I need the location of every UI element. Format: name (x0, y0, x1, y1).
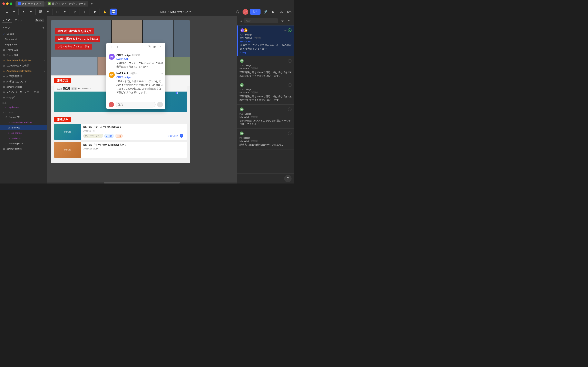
select-tool[interactable] (21, 8, 27, 15)
thread-13-check[interactable] (288, 59, 292, 63)
popup-more-button[interactable]: ··· (141, 44, 146, 49)
layer-sp-hamburger[interactable]: ⊞ sp/ハンバーガーメニュー中身 (0, 90, 47, 95)
main-menu-button[interactable] (4, 8, 10, 15)
thread-14-more[interactable]: ··· (284, 29, 287, 32)
thread-item-9[interactable]: NA #9 · Design NARA Aoi 3時間前 現時点では15個勉強会… (237, 129, 294, 149)
page-item-design[interactable]: ✓ Design (0, 31, 47, 36)
present-button[interactable]: 🎧 (234, 8, 241, 15)
sort-icon[interactable] (287, 18, 292, 24)
add-page-button[interactable]: + (43, 26, 44, 30)
layer-archives[interactable]: ⊞ archives (0, 125, 47, 130)
more-options-button[interactable]: ··· (288, 2, 292, 6)
past-event-title-2: DIST.35 「今から始めるFigma超入門」 (83, 143, 184, 147)
component-icon-contact: ◇ (7, 132, 10, 134)
thread-item-12[interactable]: NA #12 · Design NARA Aoi 3時間前 背景画像は高さ186… (237, 80, 294, 105)
page-item-component[interactable]: Component (0, 36, 47, 42)
zoom-level[interactable]: 50% (287, 10, 292, 13)
thread-13-avatar: NA (240, 59, 244, 63)
frame-tool[interactable] (38, 8, 44, 15)
minimize-button[interactable] (6, 2, 9, 5)
tab-fuji[interactable]: 藤 藤ダイレクト - デザインデータ (45, 1, 88, 7)
shape-tool-dropdown[interactable]: ▾ (61, 8, 68, 15)
tool-dropdown-arrow[interactable]: ▾ (11, 8, 17, 15)
thread-item-14[interactable]: OY NA ··· ✓ #14 · Design OKI Yoshiya 2時間… (237, 25, 294, 56)
tool-group-shape: ▾ (53, 8, 69, 15)
thread-item-13[interactable]: NA #13 · Design NARA Aoi 3時間前 背景画像は高さ186… (237, 56, 294, 81)
breadcrumb-current[interactable]: DIST デザイン (171, 10, 188, 14)
tab-dist-design[interactable]: D DIST デザイン × (16, 1, 44, 7)
layer-sp-contact[interactable]: ◇ sp-contact (0, 130, 47, 136)
past-event-date-2: 2022/6/18 WED (83, 148, 184, 150)
comment-more-button[interactable]: ··· (160, 72, 163, 75)
thread-11-avatars: NA (240, 107, 244, 111)
component-icon-headline: ◇ (7, 121, 10, 124)
layer-annotation2[interactable]: ◇ Annotation Sticky Notes ∿ (0, 68, 47, 74)
layer-sp-management[interactable]: ⊞ sp/運営者情報 (0, 146, 47, 151)
layer-annotation1[interactable]: ◇ Annotation Sticky Notes ∿ (0, 58, 47, 63)
pen-tool[interactable] (71, 8, 78, 15)
comment-dot-indicator[interactable] (176, 92, 178, 94)
popup-close-button[interactable]: × (158, 44, 163, 49)
right-search-input[interactable] (243, 18, 278, 23)
layer-frame684[interactable]: ⊞ Frame 684 (0, 52, 47, 58)
thread-9-check[interactable] (288, 132, 292, 135)
popup-resolve-button[interactable] (147, 44, 151, 49)
component-tool[interactable] (91, 8, 98, 15)
canvas[interactable]: 職種や技術の垣根を越えて Webに関わるすべての人を結ぶ クリエイティブコミュニ… (47, 16, 237, 184)
layer-rect250[interactable]: ▬ Rectangle 250 (0, 141, 47, 146)
select-tool-dropdown[interactable]: ▾ (27, 8, 34, 15)
thread-11-check[interactable] (288, 108, 292, 111)
maximize-button[interactable] (10, 2, 12, 5)
layer-sp-header-headline[interactable]: ◇ sp-header-headline (0, 120, 47, 125)
canvas-scrollbar-thumb[interactable] (104, 182, 180, 184)
frame-tool-dropdown[interactable]: ▾ (44, 8, 51, 15)
thread-13-content: 背景画像は高さ186pxで固定、幅は成り行き&左右に対して中央配置でお願いします… (240, 71, 292, 78)
tab-close-dist[interactable]: × (39, 2, 42, 5)
prototype-button[interactable]: A? (278, 8, 285, 15)
toolbar-breadcrumb: DIST / DIST デザイン ▾ (118, 10, 233, 14)
detail-button-1[interactable]: 詳細を開く › (167, 133, 184, 138)
user-avatar[interactable]: OY (242, 9, 248, 15)
layers-tab[interactable]: レイヤー (2, 18, 12, 22)
past-event-thumb-1: DIST.36 (54, 124, 81, 140)
share-button[interactable]: 共有 (250, 9, 260, 15)
text-tool[interactable]: T (81, 8, 88, 15)
popup-frame-button[interactable] (152, 44, 157, 49)
layer-frame745[interactable]: ⊟ Frame 745 (0, 114, 47, 120)
hand-tool[interactable]: ✋ (102, 8, 108, 15)
layer-sp-study[interactable]: ⊞ sp/勉強会詳細 (0, 84, 47, 90)
comment-tool[interactable]: 💬 (110, 8, 117, 15)
thread-item-11[interactable]: NA #11 · Design NARA Aoi 3時間前 タグが全部で6つある… (237, 105, 294, 129)
popup-forward-button[interactable]: › (115, 44, 120, 49)
layer-label-frame745: Frame 745 (9, 116, 20, 118)
breadcrumb-dropdown[interactable]: ▾ (190, 10, 191, 13)
layer-sp-tag[interactable]: ⊞ sp/タグ (0, 95, 47, 100)
copy-link-button[interactable]: 🔗 (262, 8, 269, 15)
popup-back-button[interactable]: ‹ (109, 44, 113, 49)
canvas-scrollbar[interactable] (47, 182, 237, 184)
layer-1920px[interactable]: ⊞ 1920pxのときの表示 (0, 63, 47, 68)
thread-12-check[interactable] (288, 83, 292, 87)
layer-pc-management[interactable]: ⊞ pc/運営者情報 (0, 74, 47, 79)
layer-sp-footer[interactable]: ◇ sp-footer (0, 136, 47, 141)
assets-tab[interactable]: アセット (15, 18, 25, 22)
comment-reply-input[interactable] (116, 102, 156, 108)
play-button[interactable]: ▶ (270, 8, 277, 15)
layer-label-frame684: Frame 684 (7, 54, 18, 56)
close-button[interactable] (2, 2, 5, 5)
thread-14-author: OKI Yoshiya (240, 36, 252, 39)
layer-pc-about[interactable]: ⊞ pc/私たちについて (0, 79, 47, 84)
help-button[interactable]: ? (284, 175, 292, 182)
layer-frame722[interactable]: ⊞ Frame 722 (0, 47, 47, 52)
page-item-playground[interactable]: Playground (0, 42, 47, 47)
filter-icon[interactable] (280, 18, 285, 24)
thread-14-check[interactable]: ✓ (288, 28, 292, 32)
comment-send-button[interactable]: ↑ (157, 102, 163, 108)
add-tab-button[interactable]: + (89, 1, 94, 6)
shape-tool[interactable] (54, 8, 61, 15)
thread-14-reply-count[interactable]: 1 reply (240, 51, 292, 54)
pages-section-header[interactable]: ページ + (0, 24, 47, 31)
layer-sp-header[interactable]: ◇ sp-header (0, 105, 47, 110)
design-select[interactable]: Design (35, 18, 44, 22)
comment-body-2: NARA Aoi 1時間前 ··· OKI Yoshiya 1920pxまでは全… (116, 72, 163, 94)
